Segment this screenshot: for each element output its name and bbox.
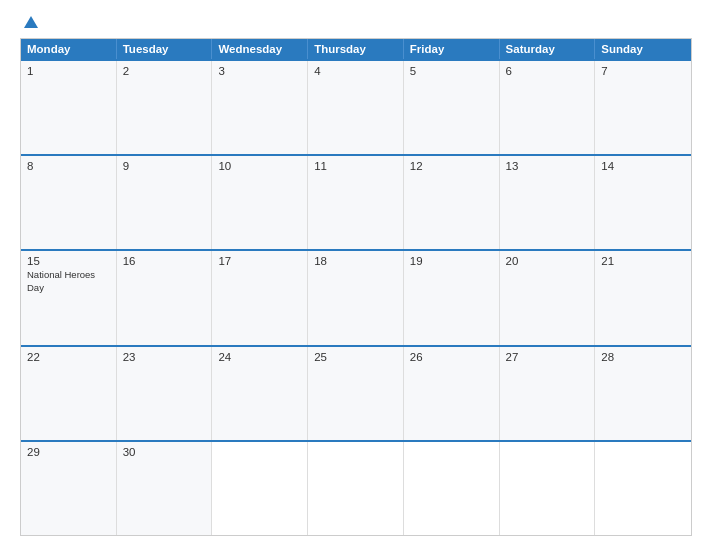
calendar-cell: 4: [308, 61, 404, 154]
calendar-body: 123456789101112131415National Heroes Day…: [21, 59, 691, 535]
calendar-cell: 20: [500, 251, 596, 344]
calendar-header-cell-friday: Friday: [404, 39, 500, 59]
calendar-cell: 23: [117, 347, 213, 440]
day-number: 1: [27, 65, 110, 77]
calendar-cell: [595, 442, 691, 535]
calendar-week-4: 22232425262728: [21, 345, 691, 440]
calendar-week-1: 1234567: [21, 59, 691, 154]
calendar-cell: 1: [21, 61, 117, 154]
day-number: 2: [123, 65, 206, 77]
day-number: 12: [410, 160, 493, 172]
day-number: 7: [601, 65, 685, 77]
day-number: 19: [410, 255, 493, 267]
day-number: 26: [410, 351, 493, 363]
day-number: 18: [314, 255, 397, 267]
calendar: MondayTuesdayWednesdayThursdayFridaySatu…: [20, 38, 692, 536]
calendar-cell: [500, 442, 596, 535]
calendar-week-3: 15National Heroes Day161718192021: [21, 249, 691, 344]
calendar-cell: 26: [404, 347, 500, 440]
day-number: 27: [506, 351, 589, 363]
day-number: 3: [218, 65, 301, 77]
day-number: 14: [601, 160, 685, 172]
calendar-cell: 14: [595, 156, 691, 249]
day-number: 16: [123, 255, 206, 267]
header: [20, 18, 692, 28]
day-number: 28: [601, 351, 685, 363]
calendar-cell: 24: [212, 347, 308, 440]
calendar-header-cell-monday: Monday: [21, 39, 117, 59]
calendar-cell: 18: [308, 251, 404, 344]
calendar-cell: 13: [500, 156, 596, 249]
logo: [20, 18, 38, 28]
calendar-header-cell-thursday: Thursday: [308, 39, 404, 59]
calendar-cell: [404, 442, 500, 535]
day-number: 29: [27, 446, 110, 458]
calendar-cell: 29: [21, 442, 117, 535]
day-number: 6: [506, 65, 589, 77]
event-label: National Heroes Day: [27, 269, 110, 294]
calendar-cell: 19: [404, 251, 500, 344]
calendar-cell: 2: [117, 61, 213, 154]
page: MondayTuesdayWednesdayThursdayFridaySatu…: [0, 0, 712, 550]
day-number: 4: [314, 65, 397, 77]
calendar-week-2: 891011121314: [21, 154, 691, 249]
day-number: 15: [27, 255, 110, 267]
calendar-header-cell-sunday: Sunday: [595, 39, 691, 59]
calendar-cell: 3: [212, 61, 308, 154]
calendar-cell: 6: [500, 61, 596, 154]
calendar-header-cell-saturday: Saturday: [500, 39, 596, 59]
day-number: 13: [506, 160, 589, 172]
calendar-week-5: 2930: [21, 440, 691, 535]
calendar-cell: 8: [21, 156, 117, 249]
day-number: 25: [314, 351, 397, 363]
day-number: 5: [410, 65, 493, 77]
calendar-cell: 22: [21, 347, 117, 440]
calendar-cell: 27: [500, 347, 596, 440]
day-number: 8: [27, 160, 110, 172]
day-number: 11: [314, 160, 397, 172]
calendar-header-cell-tuesday: Tuesday: [117, 39, 213, 59]
calendar-cell: 17: [212, 251, 308, 344]
calendar-cell: 10: [212, 156, 308, 249]
day-number: 22: [27, 351, 110, 363]
calendar-cell: 11: [308, 156, 404, 249]
calendar-header-cell-wednesday: Wednesday: [212, 39, 308, 59]
logo-blue-text: [20, 18, 38, 28]
day-number: 17: [218, 255, 301, 267]
day-number: 30: [123, 446, 206, 458]
day-number: 20: [506, 255, 589, 267]
calendar-cell: 30: [117, 442, 213, 535]
calendar-cell: 9: [117, 156, 213, 249]
calendar-cell: 12: [404, 156, 500, 249]
calendar-header-row: MondayTuesdayWednesdayThursdayFridaySatu…: [21, 39, 691, 59]
calendar-cell: [212, 442, 308, 535]
calendar-cell: 5: [404, 61, 500, 154]
calendar-cell: [308, 442, 404, 535]
calendar-cell: 7: [595, 61, 691, 154]
day-number: 24: [218, 351, 301, 363]
logo-triangle-icon: [24, 16, 38, 28]
calendar-cell: 28: [595, 347, 691, 440]
day-number: 21: [601, 255, 685, 267]
calendar-cell: 16: [117, 251, 213, 344]
day-number: 10: [218, 160, 301, 172]
day-number: 23: [123, 351, 206, 363]
calendar-cell: 21: [595, 251, 691, 344]
calendar-cell: 25: [308, 347, 404, 440]
day-number: 9: [123, 160, 206, 172]
calendar-cell: 15National Heroes Day: [21, 251, 117, 344]
